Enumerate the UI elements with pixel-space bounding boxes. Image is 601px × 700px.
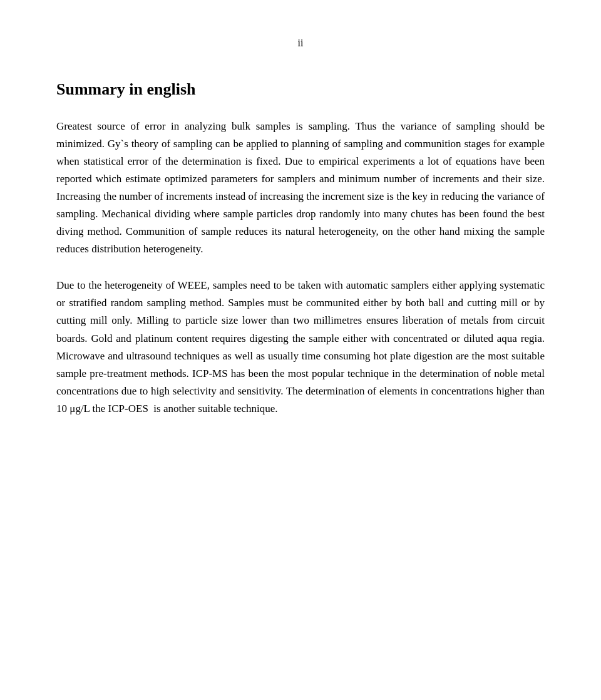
paragraph-1: Greatest source of error in analyzing bu… — [56, 118, 545, 258]
section-title: Summary in english — [56, 80, 545, 99]
paragraph-2: Due to the heterogeneity of WEEE, sample… — [56, 277, 545, 417]
page-number: ii — [56, 38, 545, 49]
micro-symbol: μ — [69, 403, 75, 414]
page: ii Summary in english Greatest source of… — [0, 0, 601, 700]
